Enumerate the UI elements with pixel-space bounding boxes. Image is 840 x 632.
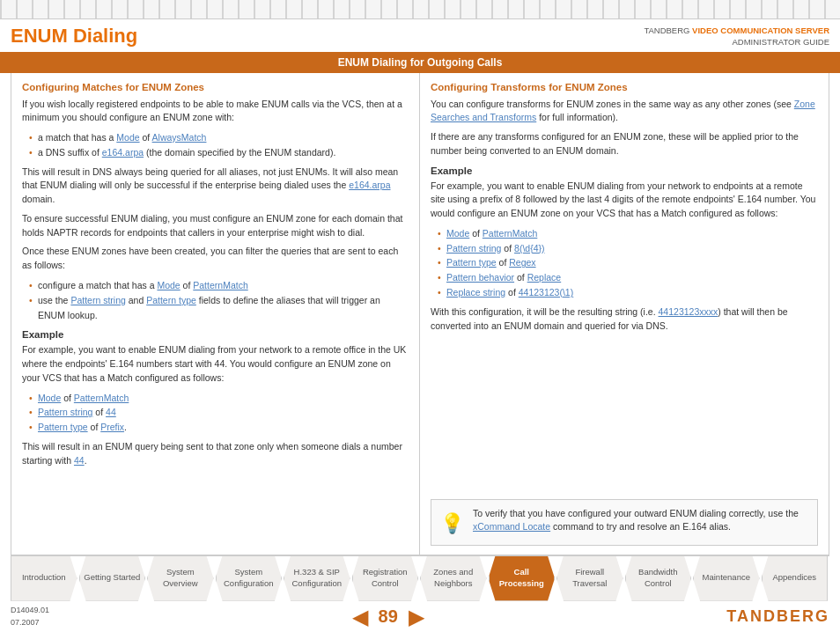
pattern-type-r-link[interactable]: Pattern type	[446, 257, 497, 268]
nav-item-firewall-traversal[interactable]: Firewall Traversal	[556, 556, 623, 601]
pattern-val: 8(\d{4})	[514, 243, 544, 254]
list-item: Pattern string of 44	[29, 405, 409, 420]
left-bullets-1: a match that has a Mode of AlwaysMatch a…	[29, 130, 409, 160]
list-item: configure a match that has a Mode of Pat…	[29, 278, 409, 293]
zone-searches-link[interactable]: Zone Searches and Transforms	[431, 99, 815, 123]
nav-item-h.323-&-sip-configuration[interactable]: H.323 & SIP Configuration	[284, 556, 350, 601]
list-item: a DNS suffix of e164.arpa (the domain sp…	[29, 145, 409, 160]
nav-item-getting-started[interactable]: Getting Started	[79, 556, 146, 601]
tip-icon: 💡	[440, 509, 464, 538]
banner-text: ENUM Dialing for Outgoing Calls	[338, 56, 503, 69]
right-bullets: Mode of PatternMatch Pattern string of 8…	[438, 226, 818, 300]
page-number: 89	[379, 606, 398, 627]
right-col-bottom: 💡 To verify that you have configured you…	[431, 492, 818, 546]
mode-link3[interactable]: Mode	[38, 393, 61, 403]
left-example-para1: For example, you want to enable ENUM dia…	[22, 343, 409, 385]
pattern-string-r-link[interactable]: Pattern string	[446, 243, 501, 254]
main-content: Configuring Matches for ENUM Zones If yo…	[11, 73, 829, 555]
regex-link[interactable]: Regex	[509, 257, 535, 268]
nav-item-system-configuration[interactable]: System Configuration	[216, 556, 283, 601]
left-para3: Once these ENUM zones have been created,…	[22, 245, 409, 273]
left-example-heading: Example	[22, 329, 409, 340]
top-strip	[0, 0, 840, 19]
doc-info: D14049.01 07.2007	[11, 605, 49, 628]
nav-item-appendices[interactable]: Appendices	[762, 556, 829, 601]
list-item: Mode of PatternMatch	[438, 226, 818, 241]
mode-link[interactable]: Mode	[116, 132, 139, 143]
pattern-type-link2[interactable]: Pattern type	[38, 422, 88, 432]
right-intro: You can configure transforms for ENUM zo…	[431, 98, 818, 126]
nav-item-zones-and-neighbors[interactable]: Zones and Neighbors	[420, 556, 487, 601]
page-navigation: ◀ 89 ▶	[352, 605, 424, 629]
left-column: Configuring Matches for ENUM Zones If yo…	[11, 73, 420, 555]
result-val: 44123123xxxx	[659, 306, 718, 317]
list-item: Replace string of 44123123(\1)	[438, 285, 818, 300]
nav-item-introduction[interactable]: Introduction	[11, 556, 77, 601]
list-item: use the Pattern string and Pattern type …	[29, 293, 409, 323]
replace-link[interactable]: Replace	[527, 272, 562, 283]
list-item: Pattern string of 8(\d{4})	[438, 241, 818, 256]
left-bullets-3: Mode of PatternMatch Pattern string of 4…	[29, 391, 409, 435]
list-item: Mode of PatternMatch	[29, 391, 409, 406]
left-para2: To ensure successful ENUM dialing, you m…	[22, 212, 409, 240]
right-column: Configuring Transforms for ENUM Zones Yo…	[420, 73, 829, 555]
prefix-link[interactable]: Prefix	[100, 422, 124, 432]
xcommand-locate-link[interactable]: xCommand Locate	[473, 521, 550, 532]
list-item: Pattern type of Regex	[438, 255, 818, 270]
right-col-top: Configuring Transforms for ENUM Zones Yo…	[431, 82, 818, 492]
e164arpa-inline-link[interactable]: e164.arpa	[349, 180, 390, 190]
list-item: Pattern behavior of Replace	[438, 270, 818, 285]
left-bullets-2: configure a match that has a Mode of Pat…	[29, 278, 409, 322]
doc-id: D14049.01	[11, 605, 49, 617]
right-example-heading: Example	[431, 165, 818, 176]
tip-text: To verify that you have configured your …	[473, 507, 808, 535]
pattern-type-link[interactable]: Pattern type	[146, 295, 196, 305]
nav-item-bandwidth-control[interactable]: Bandwidth Control	[625, 556, 692, 601]
prev-page-button[interactable]: ◀	[352, 605, 368, 629]
next-page-button[interactable]: ▶	[409, 605, 424, 629]
tip-box: 💡 To verify that you have configured you…	[431, 499, 818, 546]
left-intro: If you wish locally registered endpoints…	[22, 98, 409, 126]
footer-brand-text: TANDBERG	[726, 607, 829, 625]
section-banner: ENUM Dialing for Outgoing Calls	[0, 52, 840, 73]
brand-name: TANDBERG	[644, 26, 689, 35]
pattern-string-link[interactable]: Pattern string	[70, 295, 125, 305]
right-example-para2: With this configuration, it will be the …	[431, 305, 818, 334]
e164arpa-link[interactable]: e164.arpa	[102, 147, 144, 158]
header-brand: TANDBERG VIDEO COMMUNICATION SERVER ADMI…	[644, 25, 829, 48]
mode-link2[interactable]: Mode	[157, 280, 180, 290]
patternmatch-link2[interactable]: PatternMatch	[74, 393, 129, 403]
header: ENUM Dialing TANDBERG VIDEO COMMUNICATIO…	[0, 19, 840, 52]
list-item: Pattern type of Prefix.	[29, 420, 409, 435]
pattern-behavior-link[interactable]: Pattern behavior	[446, 272, 514, 283]
left-para1: This will result in DNS always being que…	[22, 165, 409, 207]
guide-subtitle: ADMINISTRATOR GUIDE	[644, 36, 829, 48]
doc-date: 07.2007	[11, 617, 49, 629]
page-title: ENUM Dialing	[11, 25, 137, 48]
replace-val: 44123123(\1)	[519, 287, 573, 298]
list-item: a match that has a Mode of AlwaysMatch	[29, 130, 409, 145]
bottom-bar: D14049.01 07.2007 ◀ 89 ▶ TANDBERG	[0, 601, 840, 632]
right-section-heading: Configuring Transforms for ENUM Zones	[431, 82, 818, 92]
nav-item-maintenance[interactable]: Maintenance	[693, 556, 760, 601]
right-example-para1: For example, you want to enable ENUM dia…	[431, 180, 818, 221]
value-44-2: 44	[74, 455, 85, 466]
right-para1: If there are any transforms configured f…	[431, 130, 818, 158]
footer-brand: TANDBERG	[726, 607, 829, 626]
alwaysmatch-link[interactable]: AlwaysMatch	[152, 132, 207, 143]
pattern-string-link2[interactable]: Pattern string	[38, 407, 92, 417]
left-section-heading: Configuring Matches for ENUM Zones	[22, 82, 409, 92]
nav-item-system-overview[interactable]: System Overview	[147, 556, 214, 601]
nav-item-call-processing[interactable]: Call Processing	[489, 556, 556, 601]
nav-bar: IntroductionGetting StartedSystem Overvi…	[11, 555, 829, 601]
replace-string-link[interactable]: Replace string	[446, 287, 505, 298]
patternmatch-r-link[interactable]: PatternMatch	[483, 228, 537, 239]
left-example-para2: This will result in an ENUM query being …	[22, 440, 409, 468]
patternmatch-link[interactable]: PatternMatch	[193, 280, 247, 290]
mode-r-link[interactable]: Mode	[446, 228, 469, 239]
brand-highlight: VIDEO COMMUNICATION SERVER	[692, 26, 829, 35]
nav-item-registration-control[interactable]: Registration Control	[352, 556, 419, 601]
value-44: 44	[106, 407, 116, 417]
